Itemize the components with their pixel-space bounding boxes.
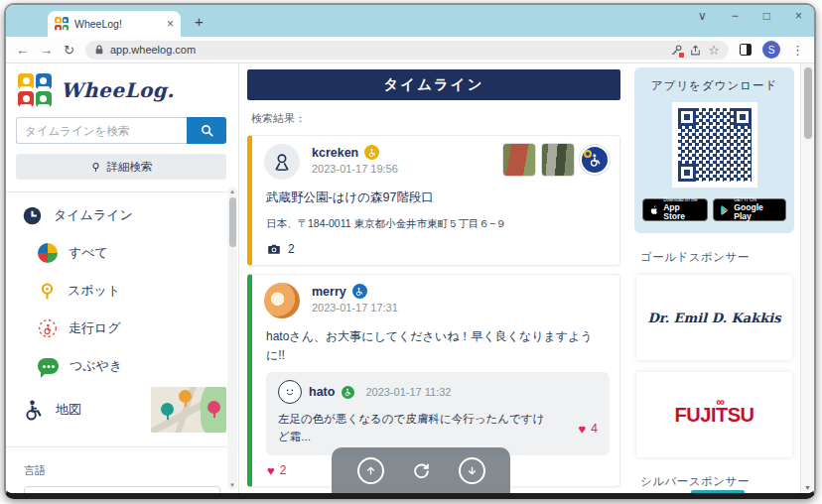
page-scrollbar[interactable]: ▼ — [800, 63, 814, 494]
sidebar-item-spot[interactable]: スポット — [16, 272, 226, 310]
reload-button[interactable]: ↻ — [64, 43, 74, 58]
clock-icon — [22, 205, 43, 226]
new-tab-button[interactable]: + — [195, 13, 204, 30]
language-select[interactable]: 日本語 ▼ — [24, 486, 220, 499]
map-pin-icon — [38, 281, 57, 302]
back-button[interactable]: ← — [16, 43, 29, 58]
forward-button[interactable]: → — [40, 43, 53, 58]
tab-title: WheeLog! — [74, 18, 161, 30]
google-play-badge[interactable]: GET IT ON Google Play — [713, 198, 786, 221]
google-play-icon — [720, 204, 730, 216]
left-sidebar: WheeLog. 詳細検索 タイムライン すべて — [6, 63, 239, 494]
divider — [6, 191, 238, 192]
post-title[interactable]: 武蔵野公園-はけの森97階段口 — [266, 189, 610, 206]
map-pin-pink — [207, 401, 220, 414]
sidebar-item-label: 走行ログ — [68, 319, 121, 337]
timeline-main: タイムライン 検索結果： kcreken 2023 — [239, 63, 634, 494]
qr-code — [672, 102, 757, 188]
close-button[interactable]: × — [795, 9, 802, 23]
scroll-up-icon[interactable]: ▲ — [229, 187, 235, 196]
fujitsu-logo: ∞FUJITSU — [675, 404, 754, 427]
post-photo-thumbnail[interactable] — [541, 143, 575, 177]
quote-like-button[interactable]: ♥ 4 — [579, 411, 598, 446]
maximize-button[interactable]: □ — [763, 9, 770, 23]
apple-icon — [649, 203, 659, 216]
post-card-spot[interactable]: TT — [247, 495, 620, 499]
refresh-button[interactable] — [408, 457, 435, 484]
spot-category-icon — [580, 145, 610, 175]
app-body: WheeLog. 詳細検索 タイムライン すべて — [6, 63, 814, 494]
wheelog-logo-text: WheeLog. — [61, 78, 175, 102]
post-photo-thumbnail[interactable] — [502, 143, 536, 177]
like-count: 2 — [280, 463, 287, 477]
bookmark-star-icon[interactable]: ☆ — [708, 44, 720, 57]
username[interactable]: merry — [312, 285, 346, 299]
sidebar-item-ride-log[interactable]: 走行ログ — [16, 310, 226, 347]
minimize-button[interactable]: − — [732, 9, 739, 23]
wheelog-favicon — [55, 17, 68, 31]
google-play-name: Google Play — [734, 203, 779, 221]
browser-menu-icon[interactable]: ⋮ — [791, 43, 804, 58]
sidebar-item-timeline[interactable]: タイムライン — [16, 196, 226, 234]
pin-search-icon — [90, 161, 101, 174]
share-icon[interactable] — [689, 44, 702, 57]
tab-close-icon[interactable]: × — [167, 17, 174, 31]
ride-log-icon — [38, 318, 58, 338]
sponsor-card-kakkis[interactable]: Dr. Emil D. Kakkis — [636, 275, 792, 360]
quote-username[interactable]: hato — [309, 385, 335, 399]
scroll-to-bottom-button[interactable] — [459, 457, 485, 484]
app-store-badge[interactable]: Download on the App Store — [642, 198, 708, 221]
sidebar-item-label: つぶやき — [69, 357, 122, 375]
sidebar-item-label: スポット — [68, 282, 120, 300]
sidebar-item-label: タイムライン — [54, 206, 133, 224]
side-panel-icon[interactable] — [740, 44, 752, 56]
silver-sponsor-partial-logo — [691, 490, 745, 494]
map-pin-teal — [161, 403, 174, 416]
advanced-search-button[interactable]: 詳細検索 — [16, 154, 226, 180]
sidebar-item-tweet[interactable]: つぶやき — [16, 347, 226, 385]
address-bar[interactable]: app.wheelog.com ☆ — [85, 41, 729, 60]
post-address: 日本、〒184-0011 東京都小金井市東町５丁目６−９ — [266, 217, 610, 231]
avatar[interactable] — [264, 144, 300, 180]
scroll-down-icon[interactable]: ▼ — [229, 480, 235, 490]
search-icon — [200, 123, 214, 138]
sponsor-name: Dr. Emil D. Kakkis — [648, 311, 781, 325]
window-chevron-icon[interactable]: ∨ — [698, 9, 707, 23]
scroll-down-icon[interactable]: ▼ — [801, 484, 814, 491]
sidebar-item-map[interactable]: 地図 — [16, 385, 226, 435]
key-alert-dot — [679, 53, 684, 58]
profile-avatar[interactable]: S — [762, 41, 780, 59]
avatar[interactable] — [264, 283, 300, 318]
post-text: hatoさん、お大事にしてくださいね！早く良くなりますように!! — [266, 327, 602, 365]
quote-datetime: 2023-01-17 11:32 — [365, 386, 451, 398]
language-label: 言語 — [24, 463, 220, 478]
username[interactable]: kcreken — [312, 146, 358, 160]
post-datetime: 2023-01-17 19:56 — [312, 163, 398, 175]
heart-icon: ♥ — [579, 423, 587, 436]
timeline-search-input[interactable] — [16, 117, 187, 144]
map-pin-orange — [179, 390, 192, 403]
floating-toolbar — [332, 447, 510, 494]
like-count: 4 — [591, 422, 598, 436]
pie-icon — [38, 243, 58, 263]
browser-window: WheeLog! × + ∨ − □ × ← → ↻ app.wheelog.c… — [4, 3, 816, 499]
browser-tab[interactable]: WheeLog! × — [48, 11, 181, 37]
sponsor-card-fujitsu[interactable]: ∞FUJITSU — [636, 372, 792, 457]
user-badge-icon — [364, 145, 379, 160]
sidebar-item-all[interactable]: すべて — [16, 234, 226, 272]
post-card-spot[interactable]: kcreken 2023-01-17 19:56 — [247, 135, 620, 266]
password-key-icon[interactable] — [670, 44, 683, 57]
divider — [6, 446, 238, 447]
sidebar-scrollbar[interactable]: ▲ ▼ — [227, 187, 237, 490]
search-button[interactable] — [187, 117, 226, 144]
language-selected-value: 日本語 — [35, 491, 70, 499]
map-thumbnail — [151, 387, 226, 433]
wheelchair-person-icon — [22, 399, 45, 422]
browser-titlebar: WheeLog! × + ∨ − □ × — [6, 5, 814, 37]
quoted-post[interactable]: hato 2023-01-17 11:32 左足の色が悪くなるので皮膚科に今行っ… — [266, 372, 610, 455]
scroll-to-top-button[interactable] — [357, 457, 384, 484]
scrollbar-thumb[interactable] — [229, 197, 236, 247]
quote-text: 左足の色が悪くなるので皮膚科に今行ったんですけど霜... — [278, 411, 548, 446]
scrollbar-thumb[interactable] — [804, 67, 812, 139]
quote-avatar[interactable] — [278, 380, 302, 404]
